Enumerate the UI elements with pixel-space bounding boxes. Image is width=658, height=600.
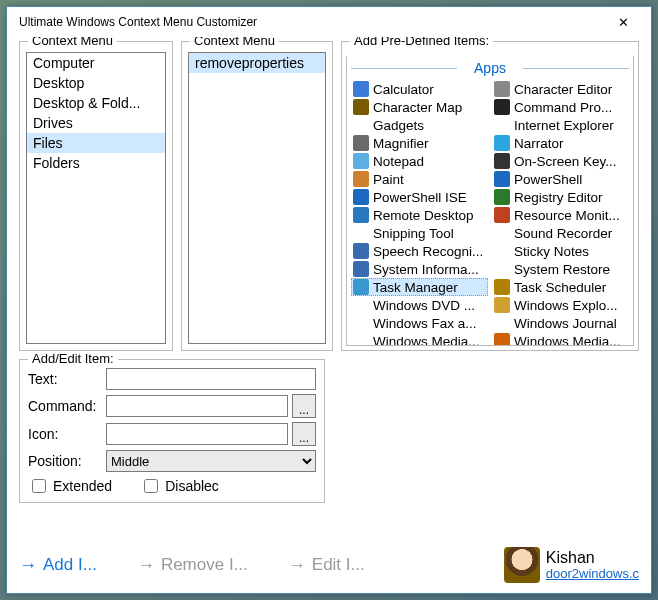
app-item[interactable]: Snipping Tool [351,224,488,242]
disabled-check[interactable]: Disablec [140,476,219,496]
app-icon [494,99,510,115]
app-icon [353,117,369,133]
edit-item-button[interactable]: → Edit I... [288,555,365,576]
app-item[interactable]: Windows Media... [492,332,629,346]
app-item[interactable]: Paint [351,170,488,188]
command-browse-button[interactable]: ... [292,394,316,418]
credit-block: Kishan door2windows.c [504,547,639,583]
command-input[interactable] [106,395,288,417]
icon-browse-button[interactable]: ... [292,422,316,446]
top-row: Context Menu ComputerDesktopDesktop & Fo… [19,41,639,351]
disabled-checkbox[interactable] [144,479,158,493]
app-icon [353,225,369,241]
row-command: Command: ... [28,394,316,418]
app-icon [494,153,510,169]
row-icon: Icon: ... [28,422,316,446]
add-edit-group: Add/Edit Item: Text: Command: ... Icon: … [19,359,325,503]
app-item[interactable]: Windows Explo... [492,296,629,314]
app-icon [353,297,369,313]
app-icon [353,81,369,97]
group-label: Add Pre-Defined Items: [350,37,493,48]
app-item[interactable]: Narrator [492,134,629,152]
command-label: Command: [28,398,102,414]
app-icon [494,117,510,133]
app-item[interactable]: Resource Monit... [492,206,629,224]
extended-checkbox[interactable] [32,479,46,493]
app-icon [494,279,510,295]
app-icon [494,243,510,259]
app-item[interactable]: PowerShell ISE [351,188,488,206]
app-item[interactable]: Sound Recorder [492,224,629,242]
group-label: Add/Edit Item: [28,351,118,366]
list-item[interactable]: Desktop [27,73,165,93]
list-item[interactable]: Files [27,133,165,153]
list-item[interactable]: Folders [27,153,165,173]
add-item-button[interactable]: → Add I... [19,555,97,576]
app-icon [353,99,369,115]
predefined-list[interactable]: Apps CalculatorCharacter EditorCharacter… [346,56,634,346]
arrow-right-icon: → [137,555,155,576]
icon-input[interactable] [106,423,288,445]
context-menu-list-1[interactable]: ComputerDesktopDesktop & Fold...DrivesFi… [26,52,166,344]
row-checks: Extended Disablec [28,476,316,496]
app-item[interactable]: System Restore [492,260,629,278]
app-item[interactable]: Speech Recogni... [351,242,488,260]
author-avatar-icon [504,547,540,583]
author-link[interactable]: door2windows.c [546,567,639,581]
app-icon [353,333,369,346]
app-icon [353,207,369,223]
app-item[interactable]: On-Screen Key... [492,152,629,170]
context-menu-list-2[interactable]: removeproperties [188,52,326,344]
app-item[interactable]: Character Editor [492,80,629,98]
list-item[interactable]: Computer [27,53,165,73]
app-item[interactable]: Registry Editor [492,188,629,206]
app-icon [494,297,510,313]
app-item[interactable]: Windows DVD ... [351,296,488,314]
app-item[interactable]: Internet Explorer [492,116,629,134]
position-select[interactable]: Middle [106,450,316,472]
predefined-group: Add Pre-Defined Items: Apps CalculatorCh… [341,41,639,351]
arrow-right-icon: → [288,555,306,576]
list-item[interactable]: Drives [27,113,165,133]
app-item[interactable]: Sticky Notes [492,242,629,260]
app-item[interactable]: Windows Fax a... [351,314,488,332]
app-item[interactable]: Gadgets [351,116,488,134]
context-menu-group-1: Context Menu ComputerDesktopDesktop & Fo… [19,41,173,351]
app-item[interactable]: Windows Journal [492,314,629,332]
app-item[interactable]: Notepad [351,152,488,170]
app-item[interactable]: Windows Media... [351,332,488,346]
app-icon [353,135,369,151]
footer: → Add I... → Remove I... → Edit I... Kis… [7,541,651,593]
add-edit-wrap: Add/Edit Item: Text: Command: ... Icon: … [19,351,639,503]
row-position: Position: Middle [28,450,316,472]
remove-item-button[interactable]: → Remove I... [137,555,248,576]
app-icon [494,189,510,205]
extended-check[interactable]: Extended [28,476,112,496]
window-title: Ultimate Windows Context Menu Customizer [19,15,603,29]
list-item[interactable]: Desktop & Fold... [27,93,165,113]
app-icon [494,333,510,346]
app-item[interactable]: Magnifier [351,134,488,152]
app-item[interactable]: Remote Desktop [351,206,488,224]
app-item[interactable]: Command Pro... [492,98,629,116]
author-name: Kishan [546,549,639,567]
app-item[interactable]: Task Manager [351,278,488,296]
app-item[interactable]: Task Scheduler [492,278,629,296]
app-icon [494,315,510,331]
app-item[interactable]: System Informa... [351,260,488,278]
text-label: Text: [28,371,102,387]
app-icon [494,171,510,187]
close-button[interactable]: ✕ [603,8,643,36]
app-icon [353,153,369,169]
app-icon [353,189,369,205]
app-item[interactable]: Calculator [351,80,488,98]
app-item[interactable]: PowerShell [492,170,629,188]
app-icon [494,81,510,97]
app-item[interactable]: Character Map [351,98,488,116]
app-icon [353,243,369,259]
app-icon [494,135,510,151]
app-icon [353,261,369,277]
text-input[interactable] [106,368,316,390]
list-item[interactable]: removeproperties [189,53,325,73]
titlebar: Ultimate Windows Context Menu Customizer… [7,7,651,37]
